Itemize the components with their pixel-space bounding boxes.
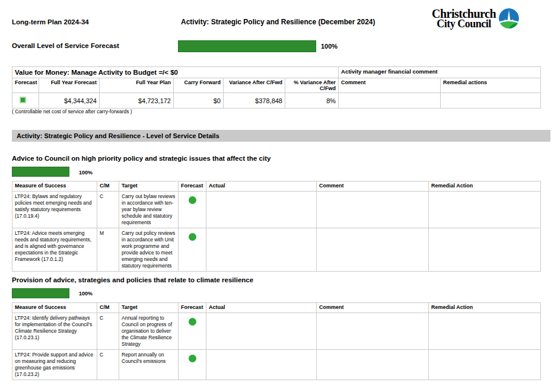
measure-cell: LTP24: Provide support and advice on mea… <box>12 350 97 380</box>
council-logo: Christchurch City Council <box>432 8 519 29</box>
forecast-status-dot-icon <box>189 233 196 241</box>
forecast-status-square-icon <box>20 97 26 103</box>
col-remedial-actions: Remedial actions <box>441 78 541 93</box>
comment-cell <box>317 313 429 350</box>
forecast-cell <box>179 228 206 272</box>
col-full-year-plan: Full Year Plan <box>100 78 174 93</box>
target-cell: Report annually on Council's emissions <box>119 350 179 380</box>
forecast-cell <box>179 313 206 350</box>
los-header-row: Measure of Success C/M Target Forecast A… <box>12 181 541 192</box>
section-1-percent: 100% <box>79 170 93 176</box>
col-remedial-action: Remedial Action <box>429 303 541 313</box>
forecast-cell <box>179 192 206 228</box>
table-row: LTP24: Advice meets emerging needs and s… <box>12 228 541 272</box>
forecast-status-dot-icon <box>189 318 196 326</box>
remedial-cell <box>429 350 541 380</box>
measure-cell: LTP24: Identify delivery pathways for im… <box>12 313 97 350</box>
measure-cell: LTP24: Bylaws and regulatory policies me… <box>12 192 97 228</box>
financial-header-row: Forecast Full Year Forecast Full Year Pl… <box>12 78 541 93</box>
col-measure-of-success: Measure of Success <box>12 181 97 192</box>
target-cell: Annual reporting to Council on progress … <box>119 313 179 350</box>
remedial-cell <box>429 313 541 350</box>
logo-line2: City Council <box>432 19 496 29</box>
financial-remedial-cell <box>441 93 541 109</box>
section-1-heading: Advice to Council on high priority polic… <box>12 155 270 162</box>
actual-cell <box>206 192 317 228</box>
col-target: Target <box>119 303 179 313</box>
financial-data-row: $4,344,324 $4,723,172 $0 $378,848 8% <box>12 93 541 109</box>
overall-los-label: Overall Level of Service Forecast <box>12 42 119 49</box>
actual-cell <box>206 313 317 350</box>
forecast-status-dot-icon <box>189 355 196 362</box>
col-cm: C/M <box>97 181 119 192</box>
financial-table-title: Value for Money: Manage Activity to Budg… <box>12 67 339 78</box>
forecast-status-cell <box>12 93 39 109</box>
financial-table: Value for Money: Manage Activity to Budg… <box>12 66 541 109</box>
col-forecast: Forecast <box>12 78 39 93</box>
forecast-status-dot-icon <box>189 196 196 204</box>
financial-footnote: ( Controllable net cost of service after… <box>12 109 132 114</box>
los-table-2: Measure of Success C/M Target Forecast A… <box>12 302 541 380</box>
carry-forward-value: $0 <box>174 93 224 109</box>
cm-cell: C <box>97 313 119 350</box>
actual-cell <box>206 350 317 380</box>
council-logo-text: Christchurch City Council <box>432 8 496 29</box>
full-year-forecast-value: $4,344,324 <box>39 93 100 109</box>
table-row: LTP24: Identify delivery pathways for im… <box>12 313 541 350</box>
overall-los-progress-bar <box>178 40 316 52</box>
cm-cell: M <box>97 228 119 272</box>
financial-comment-cell <box>339 93 441 109</box>
plan-title: Long-term Plan 2024-34 <box>12 18 89 26</box>
los-table-1: Measure of Success C/M Target Forecast A… <box>12 181 541 272</box>
table-row: LTP24: Bylaws and regulatory policies me… <box>12 192 541 228</box>
section-2-percent: 100% <box>79 291 93 297</box>
section-2-progress-bar <box>12 288 69 298</box>
comment-cell <box>317 192 429 228</box>
col-comment: Comment <box>339 78 441 93</box>
report-page: Long-term Plan 2024-34 Activity: Strateg… <box>0 0 554 392</box>
col-remedial-action: Remedial Action <box>429 181 541 192</box>
col-carry-forward: Carry Forward <box>174 78 224 93</box>
comment-cell <box>317 228 429 272</box>
col-full-year-forecast: Full Year Forecast <box>39 78 100 93</box>
col-comment: Comment <box>317 303 429 313</box>
remedial-cell <box>429 228 541 272</box>
forecast-cell <box>179 350 206 380</box>
full-year-plan-value: $4,723,172 <box>100 93 174 109</box>
section-2-heading: Provision of advice, strategies and poli… <box>12 276 253 283</box>
los-details-section-bar: Activity: Strategic Policy and Resilienc… <box>12 130 550 142</box>
actual-cell <box>206 228 317 272</box>
table-row: LTP24: Provide support and advice on mea… <box>12 350 541 380</box>
col-forecast: Forecast <box>179 303 206 313</box>
variance-after-cfwd-value: $378,848 <box>224 93 285 109</box>
col-target: Target <box>119 181 179 192</box>
cm-cell: C <box>97 350 119 380</box>
los-header-row: Measure of Success C/M Target Forecast A… <box>12 303 541 313</box>
financial-title-row: Value for Money: Manage Activity to Budg… <box>12 67 541 78</box>
measure-cell: LTP24: Advice meets emerging needs and s… <box>12 228 97 272</box>
page-title: Activity: Strategic Policy and Resilienc… <box>181 18 375 26</box>
col-pct-variance-after-cfwd: % Variance After C/Fwd <box>285 78 339 93</box>
comment-cell <box>317 350 429 380</box>
council-crest-icon <box>499 8 519 28</box>
col-comment: Comment <box>317 181 429 192</box>
cm-cell: C <box>97 192 119 228</box>
overall-los-percent: 100% <box>321 43 338 50</box>
pct-variance-after-cfwd-value: 8% <box>285 93 339 109</box>
col-forecast: Forecast <box>179 181 206 192</box>
col-variance-after-cfwd: Variance After C/Fwd <box>224 78 285 93</box>
col-cm: C/M <box>97 303 119 313</box>
target-cell: Carry out policy reviews in accordance w… <box>119 228 179 272</box>
remedial-cell <box>429 192 541 228</box>
target-cell: Carry out bylaw reviews in accordance wi… <box>119 192 179 228</box>
col-actual: Actual <box>206 303 317 313</box>
col-measure-of-success: Measure of Success <box>12 303 97 313</box>
section-1-progress-bar <box>12 167 69 177</box>
manager-comment-title: Activity manager financial comment <box>339 67 541 78</box>
col-actual: Actual <box>206 181 317 192</box>
